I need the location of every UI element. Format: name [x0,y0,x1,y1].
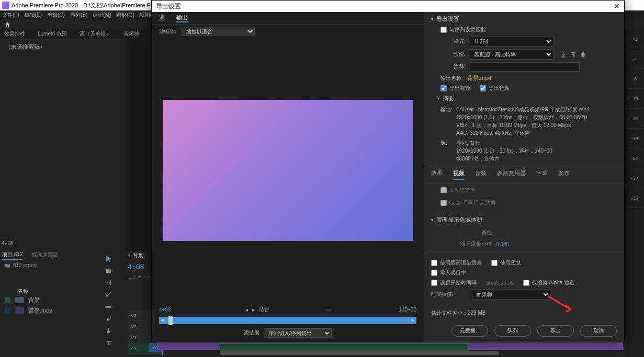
hdr10-checkbox [440,200,447,206]
preset-select[interactable]: 匹配源 - 高比特率 [470,49,553,60]
label-color-icon [5,308,10,313]
panel-tab[interactable]: 效果控件 [4,30,25,38]
format-select[interactable]: H.264 [470,36,553,47]
project-item-clip[interactable]: 背景.mov [5,306,99,315]
encoder-tabs[interactable]: 效果视频音频多路复用器字幕发布 [424,166,624,183]
timeline-scrollbar[interactable] [220,351,499,355]
encoder-tab[interactable]: 多路复用器 [497,169,526,180]
slider-handle[interactable] [168,316,173,325]
preset-label: 预设: [440,51,466,58]
ripple-edit-icon[interactable] [105,279,112,286]
estimated-size: 估计文件大小：229 MB [424,306,624,320]
start-timecode-checkbox[interactable] [431,280,437,286]
preview-timecode-in[interactable]: 4+08 [159,307,201,313]
export-settings-dialog: 导出设置 ✕ 源 输出 源缩放: 缩放以适合 4+08 ◂ ▸ 适合 ▭ [151,0,625,342]
queue-button[interactable]: 队列 [494,325,531,337]
encoder-tab[interactable]: 发布 [558,169,570,180]
tool-palette[interactable] [103,252,115,357]
alpha-only-checkbox[interactable] [523,280,529,286]
home-icon [4,21,10,28]
play-icon[interactable]: ▸ [252,307,255,313]
meter-tick: -8 [625,69,644,89]
dialog-titlebar[interactable]: 导出设置 ✕ [152,1,624,12]
meter-tick: +2 [625,29,644,49]
clip-icon [15,307,24,314]
menu-item[interactable]: 编辑(E) [25,11,42,19]
encoder-tab[interactable]: 音频 [475,169,487,180]
menu-item[interactable]: 图形(G) [116,11,134,19]
razor-tool-icon[interactable] [105,291,112,298]
delete-preset-icon[interactable] [580,51,586,58]
encoder-tab[interactable]: 视频 [453,169,465,180]
slider-left-icon: ◂ [161,317,164,323]
project-file-row[interactable]: 812.prproj [4,262,37,268]
import-preset-icon[interactable] [570,51,577,58]
menu-item[interactable]: 序列(S) [70,11,87,19]
timeline-tab[interactable]: ≡ 背景 [128,252,143,259]
item-name: 背景.mov [28,307,52,315]
menu-item[interactable]: 剪辑(C) [47,11,65,19]
interp-select[interactable]: 帧采样 [472,289,550,300]
dialog-settings-pane: ▾导出设置 与序列设置匹配 格式: H.264 预设: 匹配源 - 高比特率 [424,12,624,342]
project-item-sequence[interactable]: 背景 [5,295,99,305]
panel-tab[interactable]: 源（无剪辑） [80,30,111,38]
aspect-icon[interactable]: ▭ [326,307,331,313]
source-range-label: 源范围 [244,329,259,337]
source-range-select[interactable]: 序列切入/序列切出 [264,328,332,338]
corner-timecode: 4+08 [2,240,14,246]
preview-controls[interactable]: ◂ ▸ 适合 ▭ [201,306,375,313]
timeline-option-icons[interactable]: ⎵ ⎍ ⏷ ◦ ⟲ [128,274,150,280]
bottom-options: 使用最高渲染质量 使用预览 导入项目中 设置开始时间码 00:00:00:00 … [424,252,624,306]
summary-header[interactable]: ▾摘要 [437,95,617,102]
export-video-checkbox[interactable] [440,85,447,91]
dialog-preview-pane: 源 输出 源缩放: 缩放以适合 4+08 ◂ ▸ 适合 ▭ 140+00 ◂ [152,12,424,342]
video-preview[interactable] [163,100,413,241]
menu-item[interactable]: 标记(M) [93,11,111,19]
panel-tab[interactable]: Lumetri 范围 [38,30,67,38]
tab-media-browser[interactable]: 媒体浏览器 [32,251,58,260]
save-preset-icon[interactable] [560,51,567,58]
encoder-tab[interactable]: 效果 [431,169,443,180]
selection-tool-icon[interactable] [105,255,112,262]
column-name-header[interactable]: 名称 [18,287,28,295]
no-clip-label: （未选择剪辑） [0,39,126,55]
project-tabs[interactable]: 项目 812 媒体浏览器 [2,251,58,260]
scale-select[interactable]: 缩放以适合 [182,27,255,36]
export-audio-checkbox[interactable] [480,85,486,91]
output-name-link[interactable]: 背景.mp4 [467,74,491,82]
summary-block: 输出:C:\User...nistrator\Desktop\成品视频\PR 半… [440,106,617,163]
close-icon[interactable]: ✕ [614,2,620,10]
timeline-timecode[interactable]: 4+08 [128,262,144,271]
tab-project[interactable]: 项目 812 [2,251,22,260]
comment-input[interactable] [470,62,580,72]
fit-select[interactable]: 适合 [259,306,322,313]
max-quality-checkbox[interactable] [431,260,437,266]
cancel-button[interactable]: 取消 [580,325,617,337]
menu-item[interactable]: 文件(F) [2,11,19,19]
meter-tick: -18 [625,129,644,148]
dialog-title: 导出设置 [156,2,181,11]
preview-range-slider[interactable]: ◂ ▸ [159,317,416,324]
match-sequence-checkbox[interactable] [440,27,447,33]
encoder-tab[interactable]: 字幕 [536,169,548,180]
export-settings-header[interactable]: ▾导出设置 [431,15,617,23]
import-project-checkbox[interactable] [431,270,437,276]
hand-tool-icon[interactable] [105,327,112,335]
metadata-button[interactable]: 元数据... [451,325,488,337]
pen-tool-icon[interactable] [105,315,112,323]
slip-tool-icon[interactable] [105,303,112,310]
use-preview-checkbox[interactable] [491,260,498,266]
preview-timecode-out[interactable]: 140+00 [375,307,416,313]
item-name: 背景 [28,296,40,304]
type-tool-icon[interactable] [105,339,112,347]
track-select-icon[interactable] [105,267,112,274]
prev-frame-icon[interactable]: ◂ [245,307,248,313]
panel-tab[interactable]: 音频剪 [123,30,139,38]
color-volume-header[interactable]: ▾管理显示色域体积 [431,216,617,224]
tab-source[interactable]: 源 [159,14,165,22]
preview-tabs[interactable]: 源 输出 [152,12,424,25]
slider-right-icon: ▸ [412,317,414,323]
export-button[interactable]: 导出 [537,325,574,337]
tab-output[interactable]: 输出 [176,14,188,22]
hdr-range-checkbox [440,187,447,193]
